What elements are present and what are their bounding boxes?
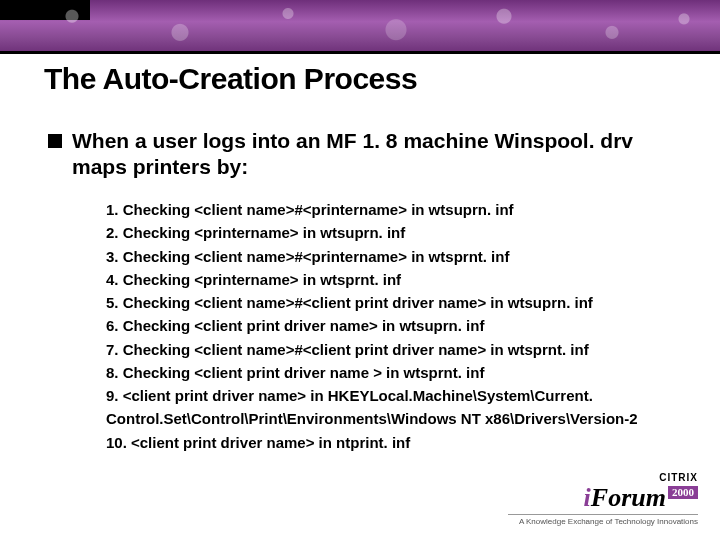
step-item: 9. <client print driver name> in HKEYLoc… <box>106 384 666 431</box>
decorative-banner <box>0 0 720 54</box>
steps-list: 1. Checking <client name>#<printername> … <box>106 198 666 454</box>
step-item: 4. Checking <printername> in wtsprnt. in… <box>106 268 666 291</box>
step-item: 5. Checking <client name>#<client print … <box>106 291 666 314</box>
logo-tagline: A Knowledge Exchange of Technology Innov… <box>508 518 698 526</box>
banner-separator <box>0 51 720 54</box>
lead-bullet-row: When a user logs into an MF 1. 8 machine… <box>48 128 680 181</box>
logo-i: i <box>584 483 591 512</box>
lead-text: When a user logs into an MF 1. 8 machine… <box>72 128 680 181</box>
square-bullet-icon <box>48 134 62 148</box>
step-item: 1. Checking <client name>#<printername> … <box>106 198 666 221</box>
step-item: 7. Checking <client name>#<client print … <box>106 338 666 361</box>
logo-forum: Forum <box>591 483 666 512</box>
step-item: 6. Checking <client print driver name> i… <box>106 314 666 337</box>
logo-year: 2000 <box>668 486 698 499</box>
logo-underline <box>508 514 698 515</box>
step-item: 3. Checking <client name>#<printername> … <box>106 245 666 268</box>
slide-title: The Auto-Creation Process <box>44 62 417 96</box>
step-item: 2. Checking <printername> in wtsuprn. in… <box>106 221 666 244</box>
step-item: 10. <client print driver name> in ntprin… <box>106 431 666 454</box>
banner-black-bar <box>0 0 90 20</box>
logo-brand-top: CITRIX <box>508 473 698 483</box>
step-item: 8. Checking <client print driver name > … <box>106 361 666 384</box>
logo-iforum: iForum2000 <box>508 485 698 511</box>
footer-logo: CITRIX iForum2000 A Knowledge Exchange o… <box>508 473 698 526</box>
